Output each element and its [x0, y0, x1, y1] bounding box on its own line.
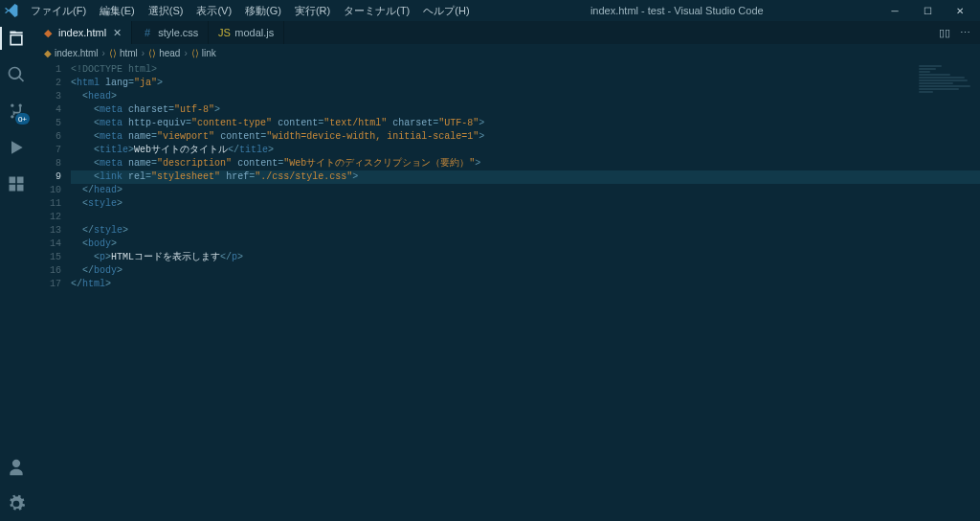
crumb-head[interactable]: ⟨⟩ head [148, 48, 180, 58]
extensions-icon[interactable] [5, 172, 28, 195]
accounts-icon[interactable] [5, 456, 28, 479]
split-editor-icon[interactable]: ▯▯ [939, 27, 950, 39]
line-number: 6 [33, 130, 61, 144]
line-number: 15 [33, 251, 61, 264]
crumb-file[interactable]: ◆ index.html [44, 48, 99, 58]
line-number: 11 [33, 197, 61, 211]
more-actions-icon[interactable]: ⋯ [960, 27, 970, 39]
line-number: 17 [33, 278, 61, 291]
gear-icon[interactable] [5, 492, 28, 515]
menu-selection[interactable]: 選択(S) [143, 2, 189, 20]
line-number: 8 [33, 157, 61, 170]
tag-icon: ⟨⟩ [148, 48, 156, 58]
tab-label: style.css [158, 27, 198, 38]
activity-bar: 0+ [0, 21, 33, 521]
code-line[interactable]: <body> [71, 238, 980, 251]
close-tab-icon[interactable]: ✕ [113, 27, 122, 39]
minimize-button[interactable]: ─ [879, 0, 911, 21]
title-bar: ファイル(F) 編集(E) 選択(S) 表示(V) 移動(G) 実行(R) ター… [0, 0, 980, 21]
breadcrumbs[interactable]: ◆ index.html › ⟨⟩ html › ⟨⟩ head › ⟨⟩ li… [33, 44, 980, 61]
code-line[interactable]: <meta charset="utf-8"> [71, 103, 980, 117]
line-number: 4 [33, 103, 61, 117]
line-number: 5 [33, 117, 61, 130]
close-window-button[interactable]: ✕ [944, 0, 976, 21]
line-number: 7 [33, 144, 61, 157]
tag-icon: ⟨⟩ [109, 48, 117, 58]
tab-actions: ▯▯ ⋯ [929, 21, 980, 44]
vscode-logo-icon [4, 3, 19, 18]
menu-file[interactable]: ファイル(F) [25, 2, 92, 20]
chevron-right-icon: › [102, 48, 105, 58]
tab-index-html[interactable]: ◆ index.html ✕ [33, 21, 132, 44]
line-number: 13 [33, 224, 61, 238]
line-number-gutter: 1234567891011121314151617 [33, 61, 71, 521]
css-file-icon: # [142, 27, 153, 38]
tab-style-css[interactable]: # style.css [132, 21, 209, 44]
menu-view[interactable]: 表示(V) [190, 2, 237, 20]
tag-icon: ⟨⟩ [191, 48, 199, 58]
run-debug-icon[interactable] [5, 136, 28, 159]
menu-terminal[interactable]: ターミナル(T) [338, 2, 415, 20]
html-file-icon: ◆ [42, 27, 54, 38]
code-line[interactable]: </style> [71, 224, 980, 238]
chevron-right-icon: › [142, 48, 145, 58]
tab-label: index.html [58, 27, 106, 38]
line-number: 1 [33, 63, 61, 77]
code-line[interactable]: <link rel="stylesheet" href="./css/style… [71, 170, 980, 184]
line-number: 10 [33, 184, 61, 197]
editor-group: ◆ index.html ✕ # style.css JS modal.js ▯… [33, 21, 980, 521]
line-number: 16 [33, 264, 61, 278]
code-line[interactable]: <!DOCTYPE html> [71, 63, 980, 77]
code-line[interactable]: <title>Webサイトのタイトル</title> [71, 144, 980, 157]
tab-bar: ◆ index.html ✕ # style.css JS modal.js ▯… [33, 21, 980, 44]
code-line[interactable]: <html lang="ja"> [71, 77, 980, 90]
window-title: index.html - test - Visual Studio Code [476, 5, 879, 16]
explorer-icon[interactable] [5, 27, 28, 50]
js-file-icon: JS [218, 27, 230, 38]
code-lines[interactable]: <!DOCTYPE html><html lang="ja"> <head> <… [71, 61, 980, 521]
crumb-html[interactable]: ⟨⟩ html [109, 48, 138, 58]
chevron-right-icon: › [184, 48, 187, 58]
code-line[interactable]: </head> [71, 184, 980, 197]
menu-bar: ファイル(F) 編集(E) 選択(S) 表示(V) 移動(G) 実行(R) ター… [25, 2, 476, 20]
source-control-icon[interactable]: 0+ [5, 100, 28, 123]
tab-label: modal.js [234, 27, 274, 38]
menu-edit[interactable]: 編集(E) [94, 2, 141, 20]
line-number: 12 [33, 211, 61, 224]
code-editor[interactable]: 1234567891011121314151617 <!DOCTYPE html… [33, 61, 980, 521]
scm-badge: 0+ [15, 113, 30, 125]
crumb-link[interactable]: ⟨⟩ link [191, 48, 216, 58]
menu-help[interactable]: ヘルプ(H) [417, 2, 475, 20]
code-line[interactable]: <head> [71, 90, 980, 103]
line-number: 14 [33, 238, 61, 251]
line-number: 9 [33, 170, 61, 184]
tab-modal-js[interactable]: JS modal.js [209, 21, 284, 44]
code-line[interactable] [71, 211, 980, 224]
window-controls: ─ ☐ ✕ [879, 0, 976, 21]
maximize-button[interactable]: ☐ [911, 0, 944, 21]
code-line[interactable]: <meta name="description" content="Webサイト… [71, 157, 980, 170]
code-line[interactable]: <meta name="viewport" content="width=dev… [71, 130, 980, 144]
code-line[interactable]: </body> [71, 264, 980, 278]
menu-run[interactable]: 実行(R) [289, 2, 336, 20]
line-number: 2 [33, 77, 61, 90]
html-file-icon: ◆ [44, 48, 52, 58]
line-number: 3 [33, 90, 61, 103]
code-line[interactable]: <p>HTMLコードを表示します</p> [71, 251, 980, 264]
menu-go[interactable]: 移動(G) [239, 2, 287, 20]
search-icon[interactable] [5, 63, 28, 86]
code-line[interactable]: <style> [71, 197, 980, 211]
code-line[interactable]: </html> [71, 278, 980, 291]
code-line[interactable]: <meta http-equiv="content-type" content=… [71, 117, 980, 130]
